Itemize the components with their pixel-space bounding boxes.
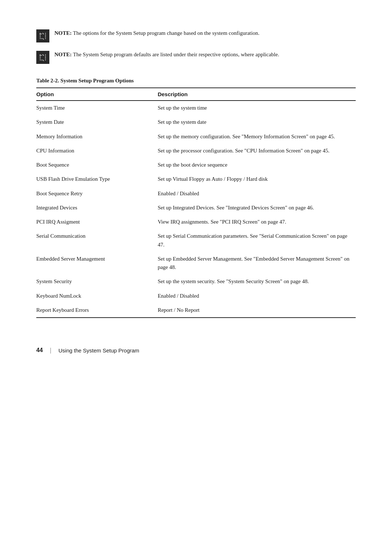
- table-cell-option: Memory Information: [36, 130, 158, 144]
- note-icon-1: [36, 29, 49, 42]
- table-row: Boot SequenceSet up the boot device sequ…: [36, 158, 356, 172]
- table-row: USB Flash Drive Emulation TypeSet up Vir…: [36, 172, 356, 186]
- table-cell-description: Set up the system time: [158, 101, 356, 115]
- footer-divider: |: [50, 347, 51, 354]
- note-block-1: NOTE: The options for the System Setup p…: [36, 29, 356, 42]
- table-cell-description: View IRQ assignments. See "PCI IRQ Scree…: [158, 215, 356, 229]
- table-caption: Table 2-2. System Setup Program Options: [36, 78, 356, 84]
- page-number: 44: [36, 347, 43, 354]
- table-cell-description: Set up Serial Communication parameters. …: [158, 229, 356, 252]
- table-row: Memory InformationSet up the memory conf…: [36, 130, 356, 144]
- table-row: System DateSet up the system date: [36, 115, 356, 129]
- table-cell-option: PCI IRQ Assigment: [36, 215, 158, 229]
- table-row: Boot Sequence RetryEnabled / Disabled: [36, 187, 356, 201]
- table-cell-description: Enabled / Disabled: [158, 289, 356, 303]
- table-cell-option: Boot Sequence: [36, 158, 158, 172]
- table-row: System TimeSet up the system time: [36, 101, 356, 115]
- table-cell-option: USB Flash Drive Emulation Type: [36, 172, 158, 186]
- system-setup-table: Option Description System TimeSet up the…: [36, 87, 356, 318]
- table-cell-description: Set up Integrated Devices. See "Integrat…: [158, 201, 356, 215]
- table-cell-description: Set up the processor configuration. See …: [158, 144, 356, 158]
- table-cell-description: Report / No Report: [158, 303, 356, 318]
- table-row: Integrated DevicesSet up Integrated Devi…: [36, 201, 356, 215]
- table-row: PCI IRQ AssigmentView IRQ assignments. S…: [36, 215, 356, 229]
- note-block-2: NOTE: The System Setup program defaults …: [36, 50, 356, 64]
- page-footer: 44 | Using the System Setup Program: [36, 347, 356, 354]
- note-icon-2: [36, 51, 49, 64]
- table-cell-option: System Time: [36, 101, 158, 115]
- column-header-option: Option: [36, 88, 158, 101]
- note-text-2: NOTE: The System Setup program defaults …: [54, 50, 279, 59]
- table-cell-description: Set up the system date: [158, 115, 356, 129]
- table-cell-option: Boot Sequence Retry: [36, 187, 158, 201]
- note-text-1: NOTE: The options for the System Setup p…: [54, 29, 260, 37]
- table-cell-description: Set up the boot device sequence: [158, 158, 356, 172]
- table-cell-option: Serial Communication: [36, 229, 158, 252]
- table-row: CPU InformationSet up the processor conf…: [36, 144, 356, 158]
- table-cell-option: Report Keyboard Errors: [36, 303, 158, 318]
- table-header-row: Option Description: [36, 88, 356, 101]
- table-row: Embedded Server ManagementSet up Embedde…: [36, 252, 356, 275]
- table-cell-description: Set up the system security. See "System …: [158, 274, 356, 289]
- table-cell-option: Embedded Server Management: [36, 252, 158, 275]
- table-cell-description: Set up the memory configuration. See "Me…: [158, 130, 356, 144]
- footer-text: Using the System Setup Program: [58, 347, 139, 354]
- table-cell-option: System Date: [36, 115, 158, 129]
- table-cell-description: Set up Embedded Server Management. See "…: [158, 252, 356, 275]
- table-row: Report Keyboard ErrorsReport / No Report: [36, 303, 356, 318]
- table-cell-option: Keyboard NumLock: [36, 289, 158, 303]
- table-cell-description: Enabled / Disabled: [158, 187, 356, 201]
- table-cell-description: Set up Virtual Floppy as Auto / Floppy /…: [158, 172, 356, 186]
- table-row: System SecuritySet up the system securit…: [36, 274, 356, 289]
- table-row: Keyboard NumLockEnabled / Disabled: [36, 289, 356, 303]
- column-header-description: Description: [158, 88, 356, 101]
- table-cell-option: CPU Information: [36, 144, 158, 158]
- table-cell-option: Integrated Devices: [36, 201, 158, 215]
- table-row: Serial CommunicationSet up Serial Commun…: [36, 229, 356, 252]
- table-cell-option: System Security: [36, 274, 158, 289]
